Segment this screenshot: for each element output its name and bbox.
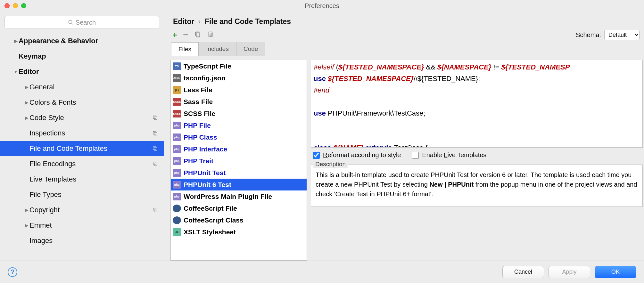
remove-button[interactable]: − — [183, 30, 188, 40]
project-scope-icon — [152, 115, 158, 121]
tree-item-label: Live Templates — [29, 175, 76, 183]
php-file-icon: php — [173, 133, 181, 141]
tree-item-keymap[interactable]: Keymap — [0, 49, 164, 64]
template-code-editor[interactable]: #elseif (${TESTED_NAMESPACE} && ${NAMESP… — [311, 60, 643, 148]
description-section: Description This is a built-in template … — [311, 165, 643, 207]
toolbar: + − Schema: Default — [164, 28, 644, 40]
template-item-label: TypeScript File — [184, 62, 231, 70]
tab-files[interactable]: Files — [171, 42, 199, 56]
tree-item-appearance-behavior[interactable]: ▶Appearance & Behavior — [0, 33, 164, 49]
json-file-icon: JSON — [173, 74, 181, 82]
ts-file-icon: TS — [173, 62, 181, 70]
ok-button[interactable]: OK — [595, 266, 636, 278]
reformat-checkbox[interactable]: Reformat according to style — [313, 151, 401, 159]
svg-line-1 — [71, 23, 73, 24]
tree-item-label: Keymap — [19, 52, 46, 61]
template-item-php-interface[interactable]: phpPHP Interface — [171, 143, 307, 155]
template-item-label: WordPress Main Plugin File — [184, 193, 272, 200]
template-editor-panel: #elseif (${TESTED_NAMESPACE} && ${NAMESP… — [311, 60, 644, 261]
tree-item-general[interactable]: ▶General — [0, 79, 164, 95]
template-item-coffeescript-file[interactable]: CoffeeScript File — [171, 202, 307, 214]
minimize-icon[interactable] — [13, 3, 18, 8]
template-item-php-file[interactable]: phpPHP File — [171, 119, 307, 131]
breadcrumb-page: File and Code Templates — [205, 17, 291, 26]
chevron-icon: ▼ — [13, 69, 19, 74]
template-item-sass-file[interactable]: SASSSass File — [171, 96, 307, 108]
search-icon — [68, 20, 74, 25]
tree-item-emmet[interactable]: ▶Emmet — [0, 218, 164, 233]
tree-item-file-encodings[interactable]: File Encodings — [0, 156, 164, 172]
template-list[interactable]: TSTypeScript FileJSONtsconfig.json{L}Les… — [170, 60, 307, 261]
tree-item-editor[interactable]: ▼Editor — [0, 64, 164, 79]
template-item-typescript-file[interactable]: TSTypeScript File — [171, 60, 307, 72]
sass-file-icon: SASS — [173, 110, 181, 117]
php-file-icon: php — [173, 157, 181, 165]
svg-rect-6 — [153, 147, 156, 150]
apply-button[interactable]: Apply — [549, 266, 590, 278]
xslt-file-icon: <> — [173, 228, 181, 236]
dialog-footer: ? Cancel Apply OK — [0, 261, 644, 283]
svg-rect-7 — [154, 148, 157, 150]
tree-item-inspections[interactable]: Inspections — [0, 125, 164, 141]
tree-item-copyright[interactable]: ▶Copyright — [0, 202, 164, 218]
svg-rect-3 — [154, 117, 157, 120]
template-item-wordpress-main-plugin-file[interactable]: phpWordPress Main Plugin File — [171, 190, 307, 202]
settings-tree[interactable]: ▶Appearance & BehaviorKeymap▼Editor▶Gene… — [0, 33, 164, 261]
main-panel: Editor › File and Code Templates + − Sch… — [164, 12, 644, 261]
tree-item-label: File Encodings — [29, 160, 76, 168]
tree-item-label: Code Style — [29, 114, 64, 122]
titlebar: Preferences — [0, 0, 644, 12]
chevron-icon: ▶ — [24, 223, 29, 228]
tree-item-file-types[interactable]: File Types — [0, 187, 164, 202]
template-item-label: XSLT Stylesheet — [184, 228, 236, 236]
template-item-phpunit-6-test[interactable]: phpPHPUnit 6 Test — [171, 179, 307, 190]
tree-item-images[interactable]: Images — [0, 233, 164, 248]
template-item-label: PHPUnit 6 Test — [184, 181, 231, 189]
copy-button[interactable] — [194, 31, 201, 39]
workarea: TSTypeScript FileJSONtsconfig.json{L}Les… — [164, 56, 644, 261]
template-item-php-class[interactable]: phpPHP Class — [171, 131, 307, 143]
svg-rect-4 — [153, 131, 156, 134]
schema-dropdown[interactable]: Default — [604, 30, 640, 40]
add-button[interactable]: + — [172, 30, 177, 40]
reset-button[interactable] — [207, 31, 214, 39]
template-item-xslt-stylesheet[interactable]: <>XSLT Stylesheet — [171, 226, 307, 238]
svg-point-14 — [210, 34, 213, 36]
schema-selector: Schema: Default — [576, 30, 640, 40]
tree-item-live-templates[interactable]: Live Templates — [0, 172, 164, 187]
chevron-icon: ▶ — [24, 207, 29, 213]
template-item-coffeescript-class[interactable]: CoffeeScript Class — [171, 214, 307, 226]
tree-item-label: Images — [29, 237, 53, 245]
coffee-file-icon — [173, 216, 181, 224]
coffee-file-icon — [173, 205, 181, 212]
svg-rect-12 — [196, 33, 200, 37]
template-item-label: PHP File — [184, 122, 211, 129]
tab-code[interactable]: Code — [236, 42, 265, 56]
tree-item-label: Inspections — [29, 129, 65, 137]
php-file-icon: php — [173, 169, 181, 177]
breadcrumb: Editor › File and Code Templates — [164, 12, 644, 28]
template-item-php-trait[interactable]: phpPHP Trait — [171, 155, 307, 167]
tree-item-file-and-code-templates[interactable]: File and Code Templates — [0, 141, 164, 156]
template-item-phpunit-test[interactable]: phpPHPUnit Test — [171, 167, 307, 179]
zoom-icon[interactable] — [21, 3, 26, 8]
reformat-checkbox-input[interactable] — [313, 152, 320, 159]
chevron-icon: ▶ — [24, 85, 29, 90]
template-item-label: PHP Trait — [184, 157, 213, 165]
cancel-button[interactable]: Cancel — [502, 266, 544, 278]
template-item-less-file[interactable]: {L}Less File — [171, 84, 307, 96]
tree-item-colors-fonts[interactable]: ▶Colors & Fonts — [0, 95, 164, 110]
description-label: Description — [313, 161, 348, 168]
close-icon[interactable] — [4, 3, 10, 8]
tree-item-code-style[interactable]: ▶Code Style — [0, 110, 164, 125]
php-file-icon: php — [173, 193, 181, 200]
template-item-scss-file[interactable]: SASSSCSS File — [171, 108, 307, 119]
search-input[interactable]: Search — [4, 16, 159, 29]
template-item-tsconfig-json[interactable]: JSONtsconfig.json — [171, 72, 307, 84]
tab-includes[interactable]: Includes — [199, 42, 236, 56]
tree-item-label: Colors & Fonts — [29, 98, 76, 107]
sass-file-icon: SASS — [173, 98, 181, 106]
live-templates-checkbox-input[interactable] — [412, 152, 419, 159]
live-templates-checkbox[interactable]: Enable Live Templates — [412, 151, 486, 159]
help-button[interactable]: ? — [8, 267, 17, 277]
